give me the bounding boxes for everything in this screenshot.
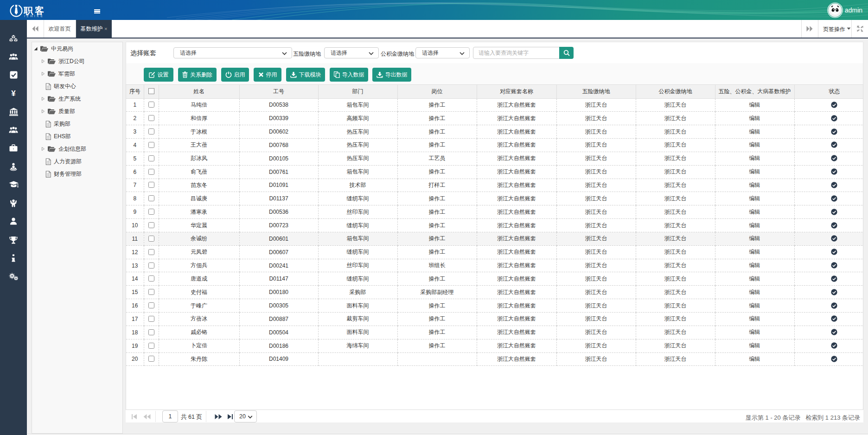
svg-text:¥: ¥ — [11, 89, 16, 97]
